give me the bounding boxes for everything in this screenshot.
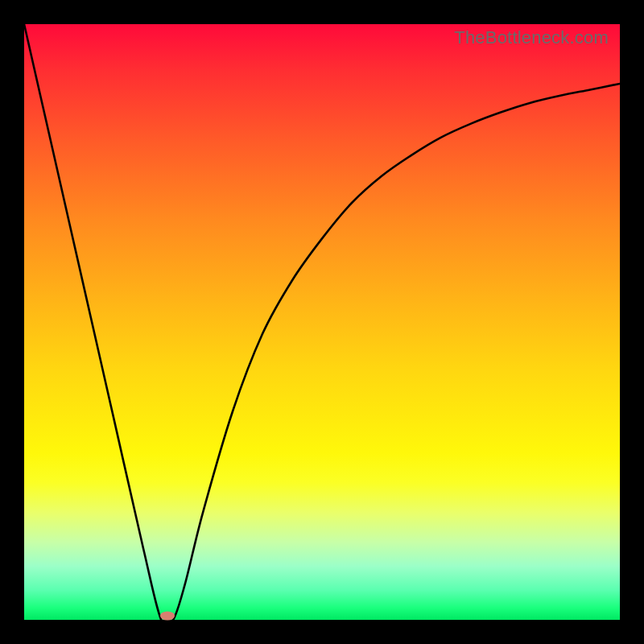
optimal-point-marker [160,612,175,621]
bottleneck-curve [24,24,620,620]
plot-area: TheBottleneck.com [24,24,620,620]
chart-frame: TheBottleneck.com [0,0,644,644]
